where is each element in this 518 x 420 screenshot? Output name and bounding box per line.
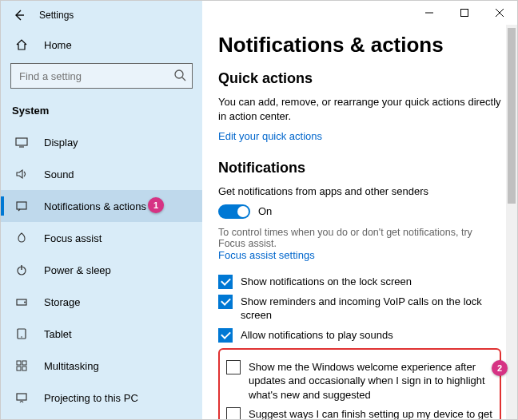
checkbox-icon [218, 275, 233, 289]
hint-text: To control times when you do or don't ge… [218, 227, 472, 249]
svg-rect-12 [17, 394, 26, 400]
nav-label: Notifications & actions [44, 200, 146, 212]
checkbox-label: Suggest ways I can finish setting up my … [249, 407, 493, 419]
checkbox-label: Allow notifications to play sounds [241, 328, 393, 343]
window-title: Settings [39, 10, 74, 21]
nav-sound[interactable]: Sound [1, 158, 202, 190]
nav-label: Multitasking [44, 360, 99, 372]
checkbox-lock-screen-notifications[interactable]: Show notifications on the lock screen [218, 275, 501, 289]
nav-shared-experiences[interactable]: Shared experiences [1, 414, 202, 419]
notifications-toggle[interactable] [218, 204, 250, 219]
quick-actions-text: You can add, remove, or rearrange your q… [218, 95, 501, 124]
maximize-button[interactable] [447, 1, 482, 25]
svg-rect-2 [17, 202, 26, 209]
storage-icon [15, 295, 30, 308]
projecting-icon [15, 391, 30, 404]
annotation-box: Show me the Windows welcome experience a… [218, 348, 501, 419]
checkbox-label: Show me the Windows welcome experience a… [249, 360, 493, 402]
nav-label: Display [44, 137, 78, 149]
power-icon [15, 263, 30, 276]
checkbox-icon [218, 295, 233, 309]
annotation-badge-2: 2 [492, 360, 508, 376]
svg-rect-10 [17, 367, 21, 370]
back-button[interactable] [7, 3, 31, 27]
home-label: Home [44, 39, 72, 51]
nav-power-sleep[interactable]: Power & sleep [1, 254, 202, 286]
scrollbar[interactable] [506, 25, 517, 419]
nav-label: Storage [44, 296, 81, 308]
scrollbar-thumb[interactable] [508, 28, 516, 204]
arrow-left-icon [13, 9, 26, 22]
display-icon [15, 136, 30, 149]
checkbox-label: Show notifications on the lock screen [241, 275, 412, 289]
svg-rect-11 [22, 367, 26, 370]
search-wrap [10, 63, 193, 89]
nav-label: Power & sleep [44, 264, 111, 276]
minimize-icon [425, 9, 433, 17]
quick-actions-heading: Quick actions [218, 70, 501, 87]
nav-label: Projecting to this PC [44, 392, 138, 404]
svg-rect-8 [17, 361, 21, 365]
focus-assist-hint: To control times when you do or don't ge… [218, 227, 501, 261]
nav-storage[interactable]: Storage [1, 286, 202, 318]
nav-notifications[interactable]: Notifications & actions [1, 190, 202, 222]
svg-rect-9 [22, 361, 26, 365]
home-icon [15, 38, 30, 51]
checkbox-label: Show reminders and incoming VoIP calls o… [241, 295, 501, 323]
notifications-icon [15, 200, 30, 212]
sidebar: Settings Home System Display Sound Notif… [1, 1, 202, 419]
nav-list: Display Sound Notifications & actions Fo… [1, 126, 202, 419]
checkbox-icon [218, 328, 233, 343]
checkbox-reminders-voip[interactable]: Show reminders and incoming VoIP calls o… [218, 295, 501, 323]
sound-icon [15, 168, 30, 180]
focus-assist-link[interactable]: Focus assist settings [218, 249, 315, 261]
nav-multitasking[interactable]: Multitasking [1, 350, 202, 382]
page-heading: Notifications & actions [218, 33, 501, 57]
notifications-heading: Notifications [218, 160, 501, 176]
edit-quick-actions-link[interactable]: Edit your quick actions [218, 130, 501, 142]
checkbox-finish-setup[interactable]: Suggest ways I can finish setting up my … [226, 407, 493, 419]
svg-rect-13 [461, 10, 468, 17]
svg-point-7 [21, 336, 22, 338]
close-button[interactable] [482, 1, 517, 25]
checkbox-icon [226, 407, 241, 419]
notifications-toggle-row: On [218, 204, 501, 219]
multitasking-icon [15, 359, 30, 372]
checkbox-welcome-experience[interactable]: Show me the Windows welcome experience a… [226, 360, 493, 402]
checkbox-icon [226, 360, 241, 374]
category-heading: System [1, 98, 202, 126]
nav-focus-assist[interactable]: Focus assist [1, 222, 202, 254]
minimize-button[interactable] [412, 1, 447, 25]
nav-display[interactable]: Display [1, 126, 202, 158]
nav-projecting[interactable]: Projecting to this PC [1, 382, 202, 414]
tablet-icon [15, 327, 30, 340]
nav-label: Sound [44, 168, 74, 180]
nav-tablet[interactable]: Tablet [1, 318, 202, 350]
svg-rect-1 [16, 138, 27, 145]
window-controls [412, 1, 517, 25]
checkbox-play-sounds[interactable]: Allow notifications to play sounds [218, 328, 501, 343]
content-pane: Notifications & actions Quick actions Yo… [202, 1, 517, 419]
nav-label: Focus assist [44, 232, 102, 244]
nav-label: Tablet [44, 328, 72, 340]
maximize-icon [460, 9, 468, 17]
toggle-label: On [258, 205, 272, 217]
notifications-desc: Get notifications from apps and other se… [218, 184, 501, 199]
focus-assist-icon [15, 232, 30, 244]
annotation-badge-1: 1 [148, 197, 164, 213]
search-input[interactable] [10, 63, 193, 89]
titlebar: Settings [1, 1, 202, 30]
home-nav[interactable]: Home [1, 30, 202, 60]
svg-point-5 [24, 302, 26, 303]
close-icon [496, 9, 504, 17]
